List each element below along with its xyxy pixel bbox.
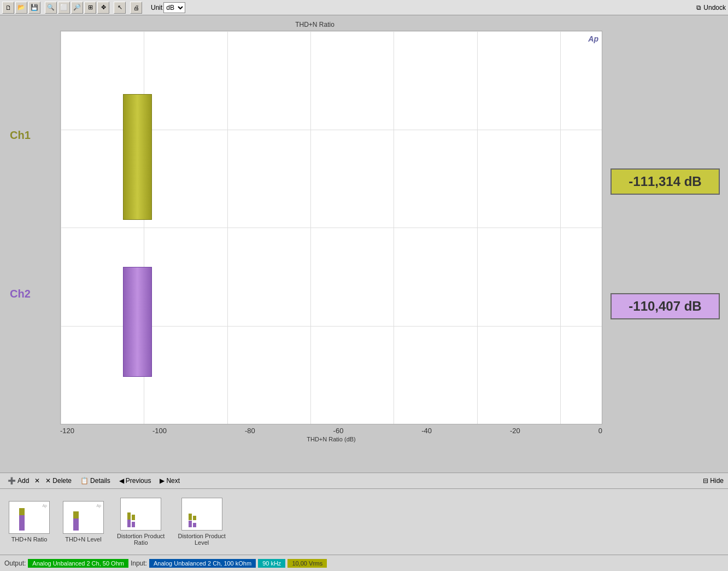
- new-button[interactable]: 🗋: [2, 2, 14, 14]
- hide-icon: ⊟: [703, 477, 708, 485]
- x-label-m100: -100: [152, 427, 167, 435]
- ch2-bar: [123, 267, 152, 377]
- action-bar: ➕ Add ✕ ✕ Delete 📋 Details ◀ Previous ▶ …: [0, 473, 728, 489]
- print-button[interactable]: 🖨: [130, 2, 142, 14]
- previous-icon: ◀: [119, 477, 124, 485]
- output-value: Analog Unbalanced 2 Ch, 50 Ohm: [28, 559, 128, 568]
- thumb-dist-ratio-label: Distortion ProductRatio: [117, 533, 165, 546]
- delete-icon: ✕: [45, 477, 51, 485]
- ch1-value-display: -111,314 dB: [610, 168, 720, 195]
- undock-button[interactable]: ⧉ Undock: [696, 4, 726, 11]
- undock-label: Undock: [703, 4, 726, 11]
- right-panel: -111,314 dB -110,407 dB: [602, 15, 728, 473]
- pan-button[interactable]: ✥: [97, 2, 109, 14]
- zoom-box-button[interactable]: ⬜: [58, 2, 70, 14]
- chart-container: THD+N Ratio Ch1 Ch2 Ap: [0, 15, 602, 473]
- delete-button[interactable]: ✕ Delete: [42, 476, 75, 486]
- chart-plot: Ap: [60, 31, 602, 424]
- thumb-dist-level[interactable]: Distortion ProductLevel: [178, 498, 225, 546]
- add-button[interactable]: ➕ Add: [4, 476, 32, 486]
- previous-button[interactable]: ◀ Previous: [116, 476, 155, 486]
- chart-title: THD+N Ratio: [27, 21, 602, 28]
- input-label: Input:: [131, 560, 147, 567]
- level-value: 10,00 Vrms: [287, 559, 327, 568]
- ch2-value-display: -110,407 dB: [610, 293, 720, 319]
- output-label: Output:: [4, 560, 26, 567]
- x-label-m120: -120: [60, 427, 74, 435]
- next-icon: ▶: [160, 477, 165, 485]
- thumb-thdn-ratio[interactable]: Ap THD+N Ratio: [9, 501, 50, 543]
- ch2-label: Ch2: [10, 288, 31, 300]
- thumb-thdn-level-img: Ap: [63, 501, 104, 534]
- thumbnails-panel: Ap THD+N Ratio Ap THD+N Level Distortion…: [0, 489, 728, 555]
- status-bar: Output: Analog Unbalanced 2 Ch, 50 Ohm I…: [0, 555, 728, 571]
- thumb-dist-level-img: [181, 498, 222, 531]
- details-button[interactable]: 📋 Details: [77, 476, 114, 486]
- thumb-thdn-level[interactable]: Ap THD+N Level: [63, 501, 104, 543]
- open-button[interactable]: 📂: [15, 2, 27, 14]
- thumb-dist-ratio[interactable]: Distortion ProductRatio: [117, 498, 165, 546]
- x-label-m80: -80: [245, 427, 255, 435]
- input-value: Analog Unbalanced 2 Ch, 100 kOhm: [149, 559, 256, 568]
- ap-logo: Ap: [588, 34, 598, 43]
- save-button[interactable]: 💾: [28, 2, 40, 14]
- thumb-thdn-ratio-img: Ap: [9, 501, 50, 534]
- x-label-m20: -20: [510, 427, 520, 435]
- x-label-m60: -60: [333, 427, 344, 435]
- unit-select[interactable]: dB: [163, 2, 185, 13]
- toolbar: 🗋 📂 💾 🔍 ⬜ 🔎 ⊞ ✥ ↖ 🖨 Unit dB ⧉ Undock: [0, 0, 728, 15]
- next-button[interactable]: ▶ Next: [156, 476, 183, 486]
- thumb-thdn-level-label: THD+N Level: [65, 536, 101, 543]
- zoom-in-button[interactable]: 🔍: [45, 2, 57, 14]
- x-label-m40: -40: [421, 427, 432, 435]
- x-axis-title: THD+N Ratio (dB): [60, 436, 602, 442]
- unit-label: Unit: [151, 4, 162, 11]
- x-label-0: 0: [598, 427, 602, 435]
- cursor-button[interactable]: ↖: [114, 2, 126, 14]
- thumb-dist-ratio-img: [120, 498, 161, 531]
- thumb-dist-level-label: Distortion ProductLevel: [178, 533, 225, 546]
- freq-value: 90 kHz: [258, 559, 285, 568]
- undock-icon: ⧉: [696, 4, 701, 11]
- hide-button[interactable]: ⊟ Hide: [703, 477, 724, 485]
- main-area: THD+N Ratio Ch1 Ch2 Ap: [0, 15, 728, 473]
- ch1-label: Ch1: [10, 129, 31, 142]
- add-icon: ➕: [8, 477, 16, 485]
- details-icon: 📋: [80, 477, 89, 485]
- thumb-thdn-ratio-label: THD+N Ratio: [11, 536, 48, 543]
- zoom-out-button[interactable]: 🔎: [71, 2, 83, 14]
- x-axis-labels: -120 -100 -80 -60 -40 -20 0: [60, 424, 602, 435]
- fit-button[interactable]: ⊞: [84, 2, 96, 14]
- ch1-bar: [123, 94, 152, 220]
